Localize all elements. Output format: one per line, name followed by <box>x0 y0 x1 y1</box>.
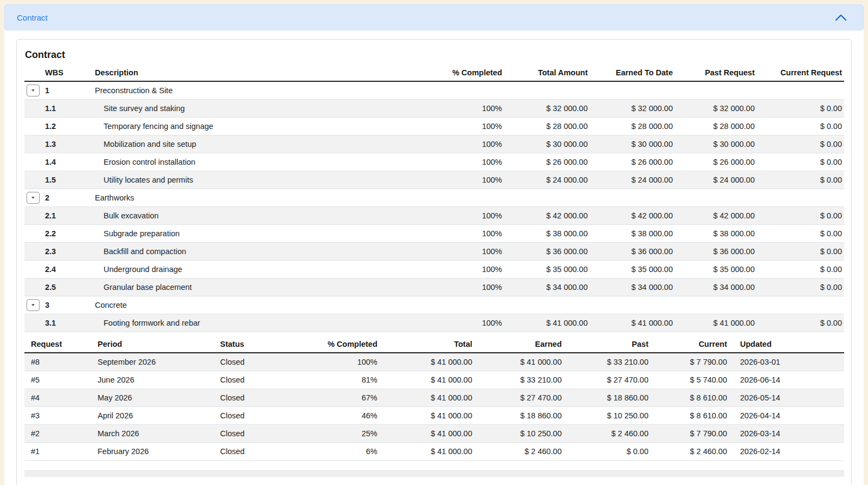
description-cell: Granular base placement <box>91 279 434 296</box>
current-cell: $ 0.00 <box>757 207 844 225</box>
requests-table-body: #8September 2026Closed100%$ 41 000.00$ 4… <box>24 353 844 461</box>
past-cell: $ 24 000.00 <box>675 171 757 189</box>
total-cell: $ 41 000.00 <box>380 443 474 461</box>
col-completed: % Completed <box>434 66 504 81</box>
earned-cell: $ 42 000.00 <box>590 207 675 225</box>
expander-cell <box>24 81 42 100</box>
wbs-item-row: 2.4Underground drainage100%$ 35 000.00$ … <box>24 261 844 279</box>
contract-accordion-header[interactable]: Contract <box>4 4 864 30</box>
expander-cell <box>24 243 42 261</box>
completed-cell: 100% <box>434 279 504 296</box>
completed-cell: 100% <box>434 243 504 261</box>
completed-cell <box>434 81 504 100</box>
requests-table: Request Period Status % Completed Total … <box>24 338 844 461</box>
request-cell: #8 <box>24 353 91 371</box>
col-description: Description <box>91 66 434 81</box>
col-req-completed: % Completed <box>311 338 380 353</box>
expand-toggle-button[interactable] <box>27 192 40 204</box>
expand-toggle-button[interactable] <box>27 85 40 96</box>
current-cell: $ 7 790.00 <box>651 425 729 443</box>
earned-cell: $ 18 860.00 <box>474 407 564 425</box>
col-total-amount: Total Amount <box>504 66 590 81</box>
past-cell: $ 33 210.00 <box>564 353 651 371</box>
current-cell: $ 0.00 <box>757 243 844 261</box>
current-cell: $ 0.00 <box>757 225 844 243</box>
chevron-up-icon[interactable] <box>835 14 847 22</box>
col-status: Status <box>214 338 311 353</box>
wbs-cell: 1.4 <box>42 153 91 171</box>
current-cell: $ 2 460.00 <box>651 443 729 461</box>
request-row: #3April 2026Closed46%$ 41 000.00$ 18 860… <box>24 407 844 425</box>
description-cell: Temporary fencing and signage <box>91 118 434 135</box>
past-cell: $ 26 000.00 <box>675 153 757 171</box>
wbs-item-row: 3.1Footing formwork and rebar100%$ 41 00… <box>24 314 844 332</box>
wbs-group-row: 2Earthworks <box>24 189 844 207</box>
past-cell: $ 30 000.00 <box>675 135 757 153</box>
status-cell: Closed <box>214 425 311 443</box>
current-cell: $ 7 790.00 <box>651 353 729 371</box>
contract-accordion-link[interactable]: Contract <box>17 13 48 22</box>
col-period: Period <box>91 338 214 353</box>
wbs-item-row: 1.2Temporary fencing and signage100%$ 28… <box>24 118 844 135</box>
expander-cell <box>24 279 42 296</box>
expand-toggle-button[interactable] <box>27 299 40 311</box>
total-cell: $ 41 000.00 <box>380 389 474 407</box>
description-cell: Bulk excavation <box>91 207 434 225</box>
wbs-cell: 1.3 <box>42 135 91 153</box>
wbs-cell: 2.3 <box>42 243 91 261</box>
expander-cell <box>24 207 42 225</box>
current-cell: $ 0.00 <box>757 135 844 153</box>
current-cell: $ 0.00 <box>757 100 844 118</box>
description-cell: Footing formwork and rebar <box>91 314 434 332</box>
completed-cell: 81% <box>311 371 380 389</box>
col-req-earned: Earned <box>474 338 564 353</box>
total-cell: $ 41 000.00 <box>380 371 474 389</box>
wbs-cell: 1.2 <box>42 118 91 135</box>
completed-cell: 46% <box>311 407 380 425</box>
completed-cell: 100% <box>434 153 504 171</box>
requests-header-row: Request Period Status % Completed Total … <box>24 338 844 353</box>
updated-cell: 2026-05-14 <box>729 389 844 407</box>
request-row: #1February 2026Closed6%$ 41 000.00$ 2 46… <box>24 443 844 461</box>
request-row: #5June 2026Closed81%$ 41 000.00$ 33 210.… <box>24 371 844 389</box>
description-cell: Subgrade preparation <box>91 225 434 243</box>
wbs-cell: 1 <box>42 81 91 100</box>
total-cell: $ 41 000.00 <box>380 407 474 425</box>
wbs-group-row: 3Concrete <box>24 296 844 314</box>
completed-cell <box>434 296 504 314</box>
request-row: #2March 2026Closed25%$ 41 000.00$ 10 250… <box>24 425 844 443</box>
earned-cell: $ 41 000.00 <box>590 314 675 332</box>
current-cell: $ 0.00 <box>757 171 844 189</box>
earned-cell: $ 2 460.00 <box>474 443 564 461</box>
wbs-cell: 3.1 <box>42 314 91 332</box>
content-area: Contract Contract WBS Description % Comp… <box>4 4 864 485</box>
caret-down-icon <box>31 197 35 199</box>
total-cell: $ 26 000.00 <box>504 153 590 171</box>
wbs-item-row: 1.5Utility locates and permits100%$ 24 0… <box>24 171 844 189</box>
earned-cell <box>590 81 675 100</box>
description-cell: Earthworks <box>91 189 434 207</box>
expander-column-header <box>24 66 42 81</box>
request-cell: #1 <box>24 443 91 461</box>
total-cell: $ 36 000.00 <box>504 243 590 261</box>
completed-cell: 100% <box>434 314 504 332</box>
col-request: Request <box>24 338 91 353</box>
wbs-table: WBS Description % Completed Total Amount… <box>24 66 844 332</box>
period-cell: April 2026 <box>91 407 214 425</box>
updated-cell: 2026-03-14 <box>729 425 844 443</box>
past-cell <box>675 296 757 314</box>
request-row: #4May 2026Closed67%$ 41 000.00$ 27 470.0… <box>24 389 844 407</box>
period-cell: March 2026 <box>91 425 214 443</box>
col-wbs: WBS <box>42 66 91 81</box>
col-req-past: Past <box>564 338 651 353</box>
wbs-cell: 2.5 <box>42 279 91 296</box>
total-cell: $ 41 000.00 <box>380 353 474 371</box>
panel-title: Contract <box>25 49 844 61</box>
status-cell: Closed <box>214 407 311 425</box>
earned-cell: $ 38 000.00 <box>590 225 675 243</box>
current-cell: $ 0.00 <box>757 118 844 135</box>
past-cell: $ 38 000.00 <box>675 225 757 243</box>
current-cell <box>757 296 844 314</box>
caret-down-icon <box>31 304 35 306</box>
past-cell: $ 10 250.00 <box>564 407 651 425</box>
